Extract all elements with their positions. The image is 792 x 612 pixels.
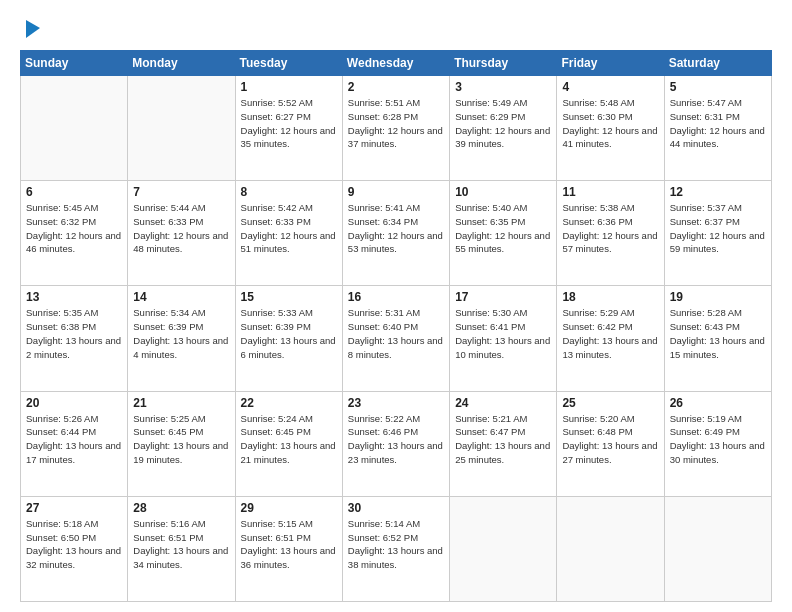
weekday-header: Wednesday bbox=[342, 51, 449, 76]
calendar-cell bbox=[450, 496, 557, 601]
day-number: 21 bbox=[133, 396, 229, 410]
day-info: Sunrise: 5:25 AMSunset: 6:45 PMDaylight:… bbox=[133, 412, 229, 467]
day-info: Sunrise: 5:52 AMSunset: 6:27 PMDaylight:… bbox=[241, 96, 337, 151]
day-number: 3 bbox=[455, 80, 551, 94]
day-info: Sunrise: 5:38 AMSunset: 6:36 PMDaylight:… bbox=[562, 201, 658, 256]
day-info: Sunrise: 5:30 AMSunset: 6:41 PMDaylight:… bbox=[455, 306, 551, 361]
day-info: Sunrise: 5:22 AMSunset: 6:46 PMDaylight:… bbox=[348, 412, 444, 467]
day-number: 29 bbox=[241, 501, 337, 515]
calendar-cell: 16Sunrise: 5:31 AMSunset: 6:40 PMDayligh… bbox=[342, 286, 449, 391]
day-info: Sunrise: 5:21 AMSunset: 6:47 PMDaylight:… bbox=[455, 412, 551, 467]
day-number: 24 bbox=[455, 396, 551, 410]
day-info: Sunrise: 5:45 AMSunset: 6:32 PMDaylight:… bbox=[26, 201, 122, 256]
day-info: Sunrise: 5:48 AMSunset: 6:30 PMDaylight:… bbox=[562, 96, 658, 151]
calendar-cell: 24Sunrise: 5:21 AMSunset: 6:47 PMDayligh… bbox=[450, 391, 557, 496]
calendar-cell: 18Sunrise: 5:29 AMSunset: 6:42 PMDayligh… bbox=[557, 286, 664, 391]
day-number: 22 bbox=[241, 396, 337, 410]
calendar-cell bbox=[128, 76, 235, 181]
calendar-cell bbox=[664, 496, 771, 601]
weekday-header: Saturday bbox=[664, 51, 771, 76]
calendar-cell: 2Sunrise: 5:51 AMSunset: 6:28 PMDaylight… bbox=[342, 76, 449, 181]
day-number: 27 bbox=[26, 501, 122, 515]
day-info: Sunrise: 5:33 AMSunset: 6:39 PMDaylight:… bbox=[241, 306, 337, 361]
weekday-header: Tuesday bbox=[235, 51, 342, 76]
day-info: Sunrise: 5:28 AMSunset: 6:43 PMDaylight:… bbox=[670, 306, 766, 361]
day-info: Sunrise: 5:42 AMSunset: 6:33 PMDaylight:… bbox=[241, 201, 337, 256]
day-info: Sunrise: 5:31 AMSunset: 6:40 PMDaylight:… bbox=[348, 306, 444, 361]
calendar-cell: 21Sunrise: 5:25 AMSunset: 6:45 PMDayligh… bbox=[128, 391, 235, 496]
logo-icon bbox=[22, 18, 42, 42]
day-number: 23 bbox=[348, 396, 444, 410]
calendar-cell: 3Sunrise: 5:49 AMSunset: 6:29 PMDaylight… bbox=[450, 76, 557, 181]
day-info: Sunrise: 5:49 AMSunset: 6:29 PMDaylight:… bbox=[455, 96, 551, 151]
day-info: Sunrise: 5:20 AMSunset: 6:48 PMDaylight:… bbox=[562, 412, 658, 467]
day-number: 25 bbox=[562, 396, 658, 410]
day-number: 5 bbox=[670, 80, 766, 94]
day-number: 8 bbox=[241, 185, 337, 199]
calendar-cell: 19Sunrise: 5:28 AMSunset: 6:43 PMDayligh… bbox=[664, 286, 771, 391]
logo bbox=[20, 18, 42, 42]
weekday-header: Sunday bbox=[21, 51, 128, 76]
calendar-cell: 11Sunrise: 5:38 AMSunset: 6:36 PMDayligh… bbox=[557, 181, 664, 286]
day-number: 26 bbox=[670, 396, 766, 410]
calendar-cell: 7Sunrise: 5:44 AMSunset: 6:33 PMDaylight… bbox=[128, 181, 235, 286]
calendar-cell: 5Sunrise: 5:47 AMSunset: 6:31 PMDaylight… bbox=[664, 76, 771, 181]
calendar-cell: 22Sunrise: 5:24 AMSunset: 6:45 PMDayligh… bbox=[235, 391, 342, 496]
day-number: 7 bbox=[133, 185, 229, 199]
day-info: Sunrise: 5:51 AMSunset: 6:28 PMDaylight:… bbox=[348, 96, 444, 151]
day-info: Sunrise: 5:19 AMSunset: 6:49 PMDaylight:… bbox=[670, 412, 766, 467]
calendar-cell: 25Sunrise: 5:20 AMSunset: 6:48 PMDayligh… bbox=[557, 391, 664, 496]
day-info: Sunrise: 5:41 AMSunset: 6:34 PMDaylight:… bbox=[348, 201, 444, 256]
calendar-cell: 13Sunrise: 5:35 AMSunset: 6:38 PMDayligh… bbox=[21, 286, 128, 391]
day-number: 19 bbox=[670, 290, 766, 304]
calendar-cell: 1Sunrise: 5:52 AMSunset: 6:27 PMDaylight… bbox=[235, 76, 342, 181]
day-info: Sunrise: 5:24 AMSunset: 6:45 PMDaylight:… bbox=[241, 412, 337, 467]
calendar-cell: 27Sunrise: 5:18 AMSunset: 6:50 PMDayligh… bbox=[21, 496, 128, 601]
weekday-header: Monday bbox=[128, 51, 235, 76]
day-info: Sunrise: 5:18 AMSunset: 6:50 PMDaylight:… bbox=[26, 517, 122, 572]
day-info: Sunrise: 5:14 AMSunset: 6:52 PMDaylight:… bbox=[348, 517, 444, 572]
calendar-cell: 8Sunrise: 5:42 AMSunset: 6:33 PMDaylight… bbox=[235, 181, 342, 286]
calendar-cell: 14Sunrise: 5:34 AMSunset: 6:39 PMDayligh… bbox=[128, 286, 235, 391]
day-number: 28 bbox=[133, 501, 229, 515]
day-info: Sunrise: 5:44 AMSunset: 6:33 PMDaylight:… bbox=[133, 201, 229, 256]
day-number: 16 bbox=[348, 290, 444, 304]
day-info: Sunrise: 5:15 AMSunset: 6:51 PMDaylight:… bbox=[241, 517, 337, 572]
day-number: 15 bbox=[241, 290, 337, 304]
weekday-header: Friday bbox=[557, 51, 664, 76]
header bbox=[20, 18, 772, 42]
day-number: 13 bbox=[26, 290, 122, 304]
day-number: 12 bbox=[670, 185, 766, 199]
calendar-cell: 15Sunrise: 5:33 AMSunset: 6:39 PMDayligh… bbox=[235, 286, 342, 391]
calendar-cell bbox=[557, 496, 664, 601]
calendar-cell bbox=[21, 76, 128, 181]
day-info: Sunrise: 5:37 AMSunset: 6:37 PMDaylight:… bbox=[670, 201, 766, 256]
day-number: 20 bbox=[26, 396, 122, 410]
day-number: 11 bbox=[562, 185, 658, 199]
day-info: Sunrise: 5:16 AMSunset: 6:51 PMDaylight:… bbox=[133, 517, 229, 572]
day-number: 14 bbox=[133, 290, 229, 304]
day-number: 2 bbox=[348, 80, 444, 94]
calendar-table: SundayMondayTuesdayWednesdayThursdayFrid… bbox=[20, 50, 772, 602]
day-number: 10 bbox=[455, 185, 551, 199]
day-info: Sunrise: 5:29 AMSunset: 6:42 PMDaylight:… bbox=[562, 306, 658, 361]
day-info: Sunrise: 5:34 AMSunset: 6:39 PMDaylight:… bbox=[133, 306, 229, 361]
page: SundayMondayTuesdayWednesdayThursdayFrid… bbox=[0, 0, 792, 612]
day-number: 30 bbox=[348, 501, 444, 515]
calendar-cell: 4Sunrise: 5:48 AMSunset: 6:30 PMDaylight… bbox=[557, 76, 664, 181]
calendar-cell: 9Sunrise: 5:41 AMSunset: 6:34 PMDaylight… bbox=[342, 181, 449, 286]
calendar-cell: 29Sunrise: 5:15 AMSunset: 6:51 PMDayligh… bbox=[235, 496, 342, 601]
day-number: 1 bbox=[241, 80, 337, 94]
weekday-header: Thursday bbox=[450, 51, 557, 76]
calendar-cell: 20Sunrise: 5:26 AMSunset: 6:44 PMDayligh… bbox=[21, 391, 128, 496]
day-info: Sunrise: 5:35 AMSunset: 6:38 PMDaylight:… bbox=[26, 306, 122, 361]
day-info: Sunrise: 5:47 AMSunset: 6:31 PMDaylight:… bbox=[670, 96, 766, 151]
calendar-cell: 23Sunrise: 5:22 AMSunset: 6:46 PMDayligh… bbox=[342, 391, 449, 496]
calendar-cell: 10Sunrise: 5:40 AMSunset: 6:35 PMDayligh… bbox=[450, 181, 557, 286]
day-number: 9 bbox=[348, 185, 444, 199]
calendar-cell: 6Sunrise: 5:45 AMSunset: 6:32 PMDaylight… bbox=[21, 181, 128, 286]
day-number: 6 bbox=[26, 185, 122, 199]
calendar-cell: 12Sunrise: 5:37 AMSunset: 6:37 PMDayligh… bbox=[664, 181, 771, 286]
calendar-cell: 26Sunrise: 5:19 AMSunset: 6:49 PMDayligh… bbox=[664, 391, 771, 496]
day-number: 4 bbox=[562, 80, 658, 94]
